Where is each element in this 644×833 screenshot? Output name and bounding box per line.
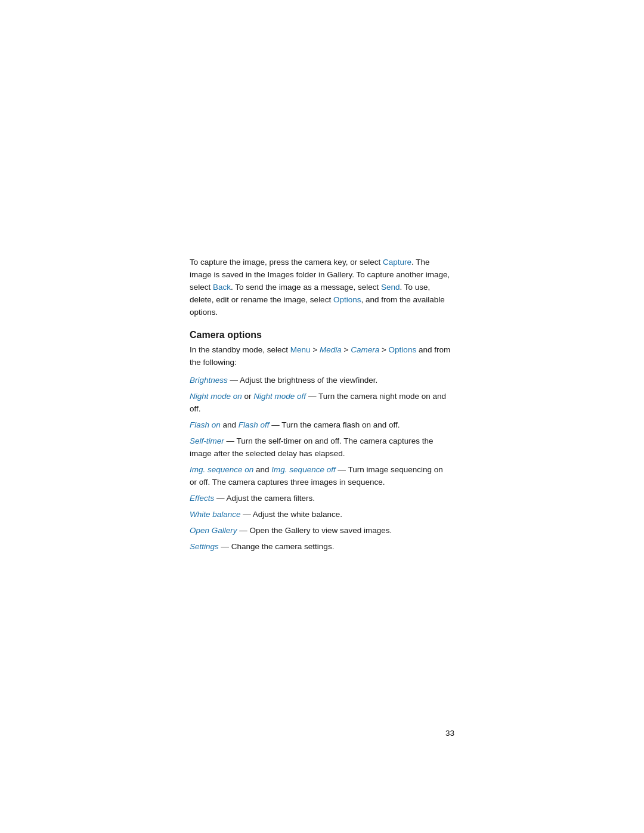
flash-and: and (221, 420, 239, 429)
section-intro-text-1: In the standby mode, select (190, 345, 290, 354)
page: To capture the image, press the camera k… (0, 0, 644, 833)
flash-desc: — Turn the camera flash on and off. (270, 420, 400, 429)
option-white-balance: White balance — Adjust the white balance… (190, 509, 452, 521)
white-balance-link[interactable]: White balance (190, 510, 241, 519)
back-link[interactable]: Back (213, 283, 231, 292)
option-flash: Flash on and Flash off — Turn the camera… (190, 419, 452, 432)
brightness-link[interactable]: Brightness (190, 376, 228, 385)
settings-link[interactable]: Settings (190, 542, 219, 551)
menu-link[interactable]: Menu (290, 345, 311, 354)
img-sequence-on-link[interactable]: Img. sequence on (190, 465, 253, 474)
options-link-intro[interactable]: Options (333, 295, 361, 304)
intro-text-1: To capture the image, press the camera k… (190, 258, 383, 267)
self-timer-desc: — Turn the self-timer on and off. The ca… (190, 436, 433, 458)
arrow-2: > (342, 345, 351, 354)
arrow-3: > (379, 345, 388, 354)
option-effects: Effects — Adjust the camera filters. (190, 493, 452, 505)
intro-paragraph: To capture the image, press the camera k… (190, 256, 452, 319)
page-number: 33 (445, 729, 454, 738)
white-balance-desc: — Adjust the white balance. (241, 510, 342, 519)
intro-text-3: . To send the image as a message, select (231, 283, 381, 292)
effects-link[interactable]: Effects (190, 494, 214, 503)
option-self-timer: Self-timer — Turn the self-timer on and … (190, 435, 452, 460)
img-sequence-and: and (253, 465, 271, 474)
content-area: To capture the image, press the camera k… (190, 256, 452, 557)
open-gallery-desc: — Open the Gallery to view saved images. (237, 526, 392, 535)
option-settings: Settings — Change the camera settings. (190, 541, 452, 553)
open-gallery-link[interactable]: Open Gallery (190, 526, 237, 535)
media-link[interactable]: Media (320, 345, 342, 354)
send-link[interactable]: Send (381, 283, 400, 292)
flash-on-link[interactable]: Flash on (190, 420, 221, 429)
option-brightness: Brightness — Adjust the brightness of th… (190, 374, 452, 387)
night-mode-on-link[interactable]: Night mode on (190, 392, 242, 401)
options-link-section[interactable]: Options (389, 345, 417, 354)
night-mode-or: or (242, 392, 254, 401)
section-intro: In the standby mode, select Menu > Media… (190, 344, 452, 369)
settings-desc: — Change the camera settings. (219, 542, 335, 551)
option-img-sequence: Img. sequence on and Img. sequence off —… (190, 464, 452, 489)
capture-link[interactable]: Capture (383, 258, 411, 267)
option-open-gallery: Open Gallery — Open the Gallery to view … (190, 525, 452, 537)
flash-off-link[interactable]: Flash off (239, 420, 270, 429)
self-timer-link[interactable]: Self-timer (190, 436, 224, 445)
option-night-mode: Night mode on or Night mode off — Turn t… (190, 391, 452, 416)
brightness-desc: — Adjust the brightness of the viewfinde… (228, 376, 377, 385)
section-heading: Camera options (190, 330, 452, 340)
effects-desc: — Adjust the camera filters. (214, 494, 315, 503)
night-mode-off-link[interactable]: Night mode off (253, 392, 306, 401)
img-sequence-off-link[interactable]: Img. sequence off (271, 465, 335, 474)
camera-link[interactable]: Camera (351, 345, 379, 354)
arrow-1: > (311, 345, 320, 354)
